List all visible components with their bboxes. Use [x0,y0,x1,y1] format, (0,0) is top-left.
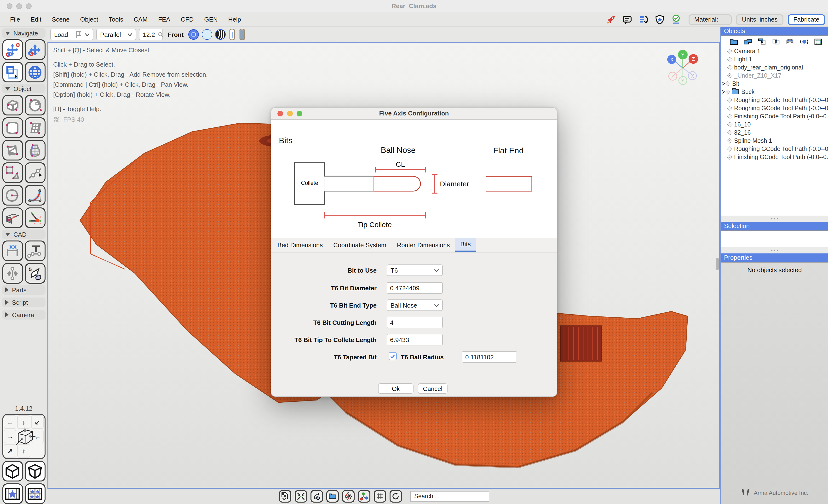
navigate-section-header[interactable]: Navigate [2,28,45,38]
menu-cfd[interactable]: CFD [176,16,199,23]
shield-star-icon[interactable] [654,14,666,25]
ball-radius-input[interactable] [462,351,517,363]
plane-grid-icon[interactable] [25,117,45,138]
camera-filled-icon[interactable] [188,29,199,40]
multi-view-icon[interactable] [25,484,45,504]
grid-icon[interactable] [374,490,386,503]
tab-bits[interactable]: Bits [455,238,476,252]
navpad-cube-icon[interactable] [14,427,35,447]
lasso-select-icon[interactable] [310,490,323,503]
axis-gizmo-icon[interactable] [358,490,370,503]
tab-coordinate-system[interactable]: Coordinate System [328,238,391,252]
properties-panel-header[interactable]: Properties [721,253,828,262]
visibility-diamond-icon[interactable] [727,154,733,160]
rocket-icon[interactable] [605,14,617,25]
object-tree-item[interactable]: Roughing GCode Tool Path (-0.0--0.0) [721,145,828,153]
cube-icon[interactable] [2,95,23,116]
move-select-icon[interactable] [2,39,23,60]
camera-section-header[interactable]: Camera [2,310,45,320]
viewport-scrollbar-thumb[interactable] [716,258,719,270]
toolpath-refresh-icon[interactable] [638,14,649,25]
visibility-diamond-icon[interactable] [727,97,733,103]
menu-fea[interactable]: FEA [153,16,176,23]
select-bounds-icon[interactable] [814,38,822,45]
visibility-diamond-icon[interactable] [727,48,733,54]
visibility-diamond-icon[interactable] [727,106,733,111]
light-icon[interactable] [25,207,45,228]
five-axis-icon[interactable]: 5 [25,263,45,284]
menu-edit[interactable]: Edit [26,16,47,23]
sphere-flat-icon[interactable] [202,29,212,40]
polygon-icon[interactable] [2,162,23,183]
menu-cam[interactable]: CAM [128,16,153,23]
cylinder-solid-icon[interactable] [239,29,246,40]
object-tree-item[interactable]: Bit [721,80,828,88]
surface-icon[interactable] [786,38,794,45]
box-select-icon[interactable] [2,62,23,82]
window-zoom-button[interactable] [26,3,32,9]
object-tree-item[interactable]: Roughing GCode Tool Path (-0.0--0.0) [721,96,828,104]
window-close-button[interactable] [7,3,12,9]
visibility-diamond-icon[interactable] [727,146,733,152]
menu-object[interactable]: Object [75,16,103,23]
perspective-cube-icon[interactable] [25,461,45,481]
object-tree-item[interactable]: Spline Mesh 1 [721,136,828,145]
cylinder-icon[interactable] [2,117,23,138]
visibility-diamond-icon[interactable] [727,73,733,78]
panel-resize-handle[interactable] [721,216,828,222]
fabricate-button[interactable]: Fabricate [788,14,825,25]
sphere-zebra-icon[interactable] [215,29,226,40]
object-tree-item[interactable]: Finishing GCode Tool Path (-0.0--0.0) [721,153,828,161]
object-tree-item[interactable]: Roughing GCode Tool Path (-0.0--0.0) [721,104,828,112]
center-view-icon[interactable] [294,490,307,503]
menu-help[interactable]: Help [223,16,247,23]
cad-section-header[interactable]: CAD [2,229,45,239]
material-preview-icon[interactable] [279,490,291,503]
group-icon[interactable] [744,38,752,45]
lathe-icon[interactable] [25,140,45,161]
bezier-curve-icon[interactable] [25,185,45,206]
tip-to-collete-input[interactable] [387,334,443,345]
projection-select[interactable]: Parallel [96,29,136,40]
cylinder-outline-icon[interactable] [229,29,236,40]
menu-gen[interactable]: GEN [199,16,223,23]
selection-panel-header[interactable]: Selection [721,222,828,231]
dialog-zoom-button[interactable] [297,111,302,116]
cutting-length-input[interactable] [387,317,443,328]
object-section-header[interactable]: Object [2,84,45,93]
rotate-icon[interactable] [800,38,808,45]
object-tree-item[interactable]: Light 1 [721,55,828,63]
visibility-diamond-icon[interactable] [727,138,733,143]
object-tree-item[interactable]: _Under_Z10_X17 [721,71,828,80]
visibility-diamond-icon[interactable] [725,81,731,86]
boolean-intersect-icon[interactable] [772,38,780,45]
visibility-diamond-icon[interactable] [727,122,733,127]
dialog-minimize-button[interactable] [287,111,293,116]
mirror-disabled-icon[interactable] [342,490,354,503]
t-spline-icon[interactable] [25,241,45,261]
tab-router-dimensions[interactable]: Router Dimensions [391,238,455,252]
load-select[interactable]: Load [50,29,93,40]
sphere-icon[interactable] [25,95,45,116]
object-tree-item[interactable]: body_rear_clam_origional [721,63,828,71]
menu-scene[interactable]: Scene [47,16,75,23]
comment-icon[interactable] [621,14,633,25]
bit-diameter-input[interactable] [387,282,443,294]
isometric-cube-icon[interactable] [2,461,23,481]
cancel-button[interactable]: Cancel [418,383,448,394]
check-badge-icon[interactable] [670,14,682,25]
object-tree-item[interactable]: 32_16 [721,128,828,136]
visibility-diamond-icon[interactable] [727,65,733,70]
mirror-icon[interactable] [2,263,23,284]
objects-panel-header[interactable]: Objects [721,27,828,36]
script-section-header[interactable]: Script [2,297,45,307]
parts-section-header[interactable]: Parts [2,285,45,295]
panel-resize-handle[interactable] [721,247,828,253]
object-tree-item[interactable]: Camera 1 [721,47,828,55]
material-button[interactable]: Material: --- [689,14,732,25]
ok-button[interactable]: Ok [378,383,414,394]
dialog-titlebar[interactable]: Five Axis Configuration [271,108,557,120]
bit-end-type-select[interactable]: Ball Nose [387,299,443,311]
menu-tools[interactable]: Tools [104,16,129,23]
move-icon[interactable] [25,39,45,60]
